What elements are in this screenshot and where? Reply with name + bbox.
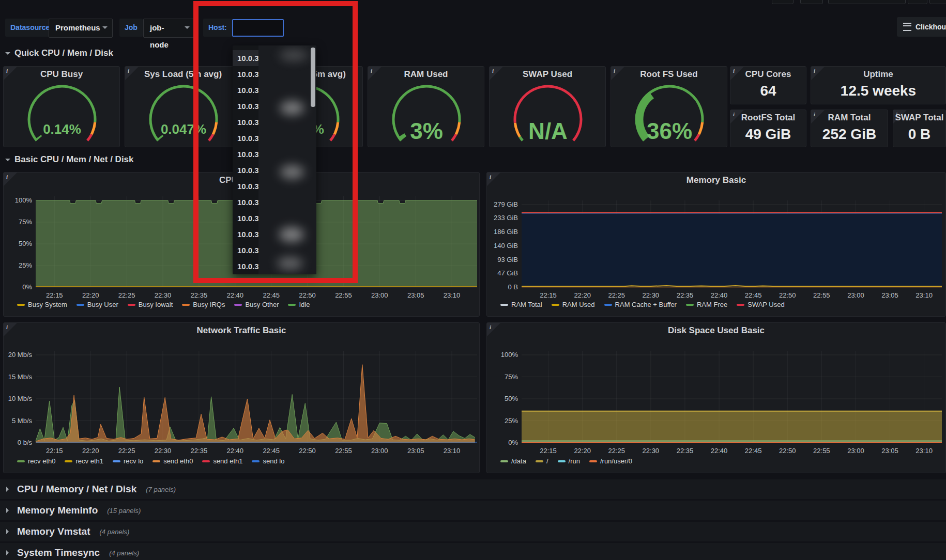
legend-color-dash: [558, 460, 566, 462]
panel-title[interactable]: RAM Total: [811, 113, 888, 123]
panel-title[interactable]: SWAP Used: [490, 69, 605, 80]
legend-item[interactable]: RAM Cache + Buffer: [604, 301, 677, 308]
legend-item[interactable]: Idle: [288, 301, 310, 308]
host-input[interactable]: [232, 19, 284, 37]
legend-item[interactable]: SWAP Used: [737, 301, 785, 308]
legend-item[interactable]: /: [536, 457, 548, 465]
x-tick-label: 22:20: [82, 291, 99, 299]
y-tick-label: 0%: [22, 283, 32, 291]
x-tick-label: 22:35: [191, 447, 208, 455]
x-tick-label: 22:20: [574, 447, 591, 455]
panel-title[interactable]: RAM Used: [368, 69, 484, 80]
datasource-select[interactable]: Prometheus: [49, 19, 113, 38]
panel-title[interactable]: Root FS Used: [611, 69, 727, 80]
legend-label: RAM Free: [697, 301, 727, 308]
legend-label: RAM Cache + Buffer: [615, 301, 677, 308]
collapsed-row-memory-meminfo[interactable]: Memory Meminfo(15 panels): [0, 501, 946, 520]
row-panel-count: (4 panels): [100, 528, 130, 536]
y-tick-label: 0 b/s: [18, 439, 33, 446]
gauge-value: 0.14%: [43, 121, 81, 137]
job-select[interactable]: job-node: [143, 19, 195, 38]
y-tick-label: 5 Mb/s: [12, 417, 33, 425]
collapsed-row-memory-vmstat[interactable]: Memory Vmstat(4 panels): [0, 522, 946, 541]
chart-legend: recv eth0recv eth1recv losend eth0send e…: [17, 457, 284, 465]
legend-item[interactable]: recv lo: [113, 457, 143, 465]
stat-panel-rootfs-total: iRootFS Total49 GiB: [730, 110, 806, 147]
row-title: CPU / Memory / Net / Disk: [17, 484, 136, 495]
x-tick-label: 22:30: [155, 447, 172, 455]
y-tick-label: 100%: [501, 351, 518, 359]
legend-item[interactable]: /run: [558, 457, 580, 465]
blur-blob: [280, 101, 304, 115]
legend-color-dash: [737, 304, 744, 306]
toolbar-cropped-button[interactable]: [800, 0, 823, 4]
legend-item[interactable]: Busy User: [77, 301, 118, 308]
x-tick-label: 23:10: [916, 291, 933, 299]
legend-item[interactable]: recv eth0: [17, 457, 55, 465]
chart-panel-memory-basic: iMemory Basic22:1522:2022:2522:3022:3522…: [486, 172, 946, 317]
grafana-dashboard: Datasource Prometheus Job job-node Host:…: [0, 0, 946, 560]
section-title: Quick CPU / Mem / Disk: [14, 48, 113, 58]
y-tick-label: 140 GiB: [494, 242, 518, 250]
legend-label: Busy System: [28, 301, 67, 308]
legend-label: /data: [511, 457, 526, 465]
blur-blob: [280, 165, 304, 179]
legend-item[interactable]: /run/user/0: [589, 457, 632, 465]
x-tick-label: 23:00: [847, 291, 864, 299]
stat-value: 12.5 weeks: [811, 83, 945, 99]
toolbar-cropped-button[interactable]: [929, 0, 946, 4]
toolbar-cropped-button[interactable]: [828, 0, 906, 4]
panel-title[interactable]: Sys Load (5m avg): [125, 69, 241, 80]
section-quick-cpu-mem-disk[interactable]: Quick CPU / Mem / Disk: [5, 48, 113, 58]
legend-item[interactable]: Busy System: [17, 301, 67, 308]
chevron-right-icon: [6, 508, 9, 513]
legend-item[interactable]: recv eth1: [65, 457, 103, 465]
gauge-value: 36%: [647, 118, 692, 144]
y-tick-label: 25%: [505, 417, 518, 425]
clickhouse-button[interactable]: Clickhouse: [897, 17, 946, 37]
toolbar-cropped-button[interactable]: [772, 0, 794, 4]
collapsed-row-cpu-memory-net-disk[interactable]: CPU / Memory / Net / Disk(7 panels): [0, 479, 946, 499]
legend-label: send eth1: [213, 457, 242, 465]
legend-item[interactable]: /data: [500, 457, 526, 465]
dropdown-scrollbar-thumb[interactable]: [311, 48, 315, 107]
panel-title[interactable]: CPU Busy: [4, 69, 119, 80]
y-tick-label: 50%: [505, 395, 518, 402]
legend-label: recv eth0: [28, 457, 55, 465]
legend-item[interactable]: Busy Iowait: [128, 301, 173, 308]
panel-title[interactable]: CPU Cores: [730, 69, 806, 80]
legend-item[interactable]: send eth0: [152, 457, 193, 465]
x-tick-label: 22:50: [779, 447, 796, 455]
panel-title[interactable]: Uptime: [811, 69, 945, 80]
legend-label: /run: [569, 457, 580, 465]
section-basic-cpu-mem-net-disk[interactable]: Basic CPU / Mem / Net / Disk: [5, 154, 134, 165]
x-tick-label: 22:45: [263, 291, 280, 299]
legend-item[interactable]: Busy Other: [234, 301, 279, 308]
y-tick-label: 10 Mb/s: [8, 395, 33, 402]
legend-item[interactable]: send lo: [252, 457, 284, 465]
y-tick-label: 100%: [15, 196, 33, 204]
y-tick-label: 47 GiB: [497, 269, 518, 277]
legend-label: SWAP Used: [747, 301, 785, 308]
gauge-panel-root-fs-used: iRoot FS Used36%: [611, 66, 727, 147]
stat-panel-uptime: iUptime12.5 weeks: [811, 66, 946, 104]
chevron-right-icon: [6, 550, 9, 555]
x-tick-label: 22:35: [677, 291, 694, 299]
legend-item[interactable]: send eth1: [202, 457, 242, 465]
panel-title[interactable]: RootFS Total: [730, 113, 806, 123]
legend-item[interactable]: RAM Used: [552, 301, 595, 308]
row-title: Memory Vmstat: [17, 526, 90, 537]
x-tick-label: 23:05: [881, 447, 898, 455]
legend-item[interactable]: RAM Total: [500, 301, 542, 308]
legend-color-dash: [500, 460, 508, 462]
collapsed-row-system-timesync[interactable]: System Timesync(4 panels): [0, 543, 946, 560]
gauge-panel-cpu-busy: iCPU Busy0.14%: [3, 66, 120, 147]
panel-title[interactable]: SWAP Total: [893, 113, 945, 123]
x-tick-label: 23:05: [407, 291, 424, 299]
legend-item[interactable]: RAM Free: [686, 301, 727, 308]
toolbar-cropped-button[interactable]: [908, 0, 927, 4]
legend-item[interactable]: Busy IRQs: [182, 301, 225, 308]
host-dropdown-list: 10.0.310.0.310.0.310.0.310.0.310.0.310.0…: [233, 45, 316, 274]
datasource-value: Prometheus: [55, 23, 100, 32]
x-tick-label: 22:45: [745, 291, 762, 299]
